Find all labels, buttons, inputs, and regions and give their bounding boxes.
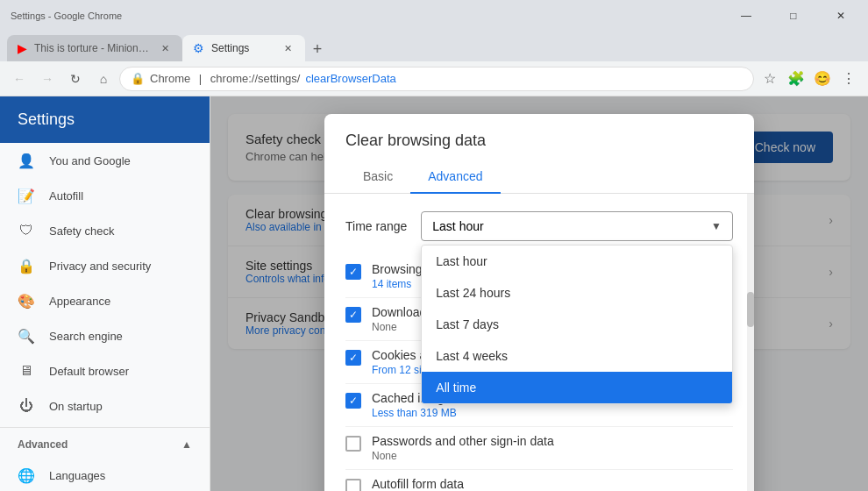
you-google-icon: 👤: [18, 153, 35, 169]
sidebar-item-languages[interactable]: 🌐 Languages: [0, 458, 210, 491]
dropdown-item-last-7d[interactable]: Last 7 days: [422, 309, 732, 340]
settings-tab-title: Settings: [211, 42, 274, 54]
checkbox-browsing-history[interactable]: ✓: [345, 264, 361, 280]
sidebar-item-label: On startup: [49, 400, 103, 413]
content-area: Safety check Chrome can help keep you sa…: [210, 96, 868, 491]
sidebar-item-label: Safety check: [49, 224, 114, 238]
youtube-tab[interactable]: ▶ This is torture - Minions - YouTu... ✕: [7, 35, 182, 61]
checkbox-content-autofill: Autofill form data: [372, 477, 733, 491]
settings-tab-close[interactable]: ✕: [281, 41, 295, 55]
sidebar-advanced-section[interactable]: Advanced ▲: [0, 431, 210, 458]
select-arrow-icon: ▼: [711, 220, 722, 232]
sidebar-item-label: Privacy and security: [49, 260, 151, 273]
protocol-text: Chrome: [150, 72, 190, 85]
privacy-icon: 🔒: [18, 258, 35, 274]
settings-tab[interactable]: ⚙ Settings ✕: [182, 35, 305, 61]
sidebar-divider: [0, 427, 210, 428]
back-button[interactable]: ←: [7, 67, 32, 91]
forward-button[interactable]: →: [35, 67, 60, 91]
settings-tab-icon: ⚙: [193, 41, 204, 55]
sidebar-item-search-engine[interactable]: 🔍 Search engine: [0, 318, 210, 353]
dropdown-item-all-time[interactable]: All time: [422, 372, 732, 403]
sidebar-item-label: Search engine: [49, 330, 123, 343]
separator-text: |: [196, 72, 205, 85]
avatar-button[interactable]: 😊: [810, 67, 835, 91]
url-prefix: chrome://settings/: [210, 72, 301, 85]
advanced-label: Advanced: [18, 438, 68, 451]
languages-icon: 🌐: [18, 467, 35, 484]
sidebar-header: Settings: [0, 96, 210, 143]
minimize-button[interactable]: —: [726, 0, 766, 31]
default-browser-icon: 🖥: [18, 363, 35, 379]
sidebar-item-default-browser[interactable]: 🖥 Default browser: [0, 353, 210, 388]
star-button[interactable]: ☆: [758, 67, 782, 91]
check-icon: ✓: [349, 266, 358, 278]
on-startup-icon: ⏻: [18, 398, 35, 414]
title-bar: Settings - Google Chrome — □ ✕: [0, 0, 868, 31]
checkbox-passwords[interactable]: [345, 436, 361, 452]
time-range-row: Time range Last hour ▼ Last hour Last 24…: [345, 211, 733, 241]
safety-check-icon: 🛡: [18, 223, 35, 238]
extensions-button[interactable]: 🧩: [784, 67, 808, 91]
youtube-tab-close[interactable]: ✕: [158, 41, 172, 55]
dropdown-item-last-24h[interactable]: Last 24 hours: [422, 277, 732, 309]
sidebar: Settings 👤 You and Google 📝 Autofill 🛡 S…: [0, 96, 210, 491]
search-engine-icon: 🔍: [18, 328, 35, 345]
tab-basic[interactable]: Basic: [345, 160, 410, 194]
modal-overlay: Clear browsing data Basic Advanced Time …: [210, 96, 868, 491]
address-input[interactable]: 🔒 Chrome | chrome://settings/clearBrowse…: [119, 67, 754, 91]
dropdown-menu: Last hour Last 24 hours Last 7 days Last…: [421, 245, 733, 404]
sidebar-item-label: Autofill: [49, 189, 83, 203]
clear-browsing-data-modal: Clear browsing data Basic Advanced Time …: [324, 114, 754, 491]
refresh-button[interactable]: ↻: [63, 67, 88, 91]
tab-bar: ▶ This is torture - Minions - YouTu... ✕…: [0, 31, 868, 61]
maximize-button[interactable]: □: [773, 0, 814, 31]
modal-scroll-track: [747, 194, 754, 491]
checkbox-title: Passwords and other sign-in data: [372, 434, 733, 448]
autofill-icon: 📝: [18, 188, 35, 204]
advanced-toggle-icon: ▲: [181, 438, 192, 451]
checkbox-desc: None: [372, 450, 733, 462]
check-icon: ✓: [349, 395, 358, 407]
time-range-select[interactable]: Last hour ▼ Last hour Last 24 hours Last…: [421, 211, 733, 241]
modal-body: Time range Last hour ▼ Last hour Last 24…: [324, 194, 754, 491]
sidebar-item-on-startup[interactable]: ⏻ On startup: [0, 388, 210, 423]
new-tab-button[interactable]: +: [305, 37, 330, 61]
modal-title: Clear browsing data: [345, 132, 733, 150]
checkbox-cookies[interactable]: ✓: [345, 350, 361, 366]
select-current-value: Last hour: [432, 219, 483, 233]
main-layout: Settings 👤 You and Google 📝 Autofill 🛡 S…: [0, 96, 868, 491]
dropdown-item-last-4w[interactable]: Last 4 weeks: [422, 340, 732, 372]
check-icon: ✓: [349, 352, 358, 364]
tab-advanced[interactable]: Advanced: [410, 160, 500, 194]
sidebar-item-label: You and Google: [49, 154, 131, 167]
select-display[interactable]: Last hour ▼: [421, 211, 733, 241]
sidebar-item-label: Languages: [49, 469, 105, 482]
address-bar: ← → ↻ ⌂ 🔒 Chrome | chrome://settings/cle…: [0, 61, 868, 96]
checkbox-title: Autofill form data: [372, 477, 733, 491]
checkbox-content-passwords: Passwords and other sign-in data None: [372, 434, 733, 462]
toolbar-icons: ☆ 🧩 😊 ⋮: [758, 67, 861, 91]
checkbox-autofill[interactable]: [345, 479, 361, 491]
checkbox-download-history[interactable]: ✓: [345, 307, 361, 323]
modal-scroll-thumb[interactable]: [747, 292, 754, 327]
time-range-label: Time range: [345, 219, 407, 233]
dropdown-item-last-hour[interactable]: Last hour: [422, 246, 732, 277]
window-controls: — □ ✕: [726, 0, 861, 31]
youtube-tab-title: This is torture - Minions - YouTu...: [34, 42, 151, 54]
sidebar-item-privacy-security[interactable]: 🔒 Privacy and security: [0, 248, 210, 283]
checkbox-cached[interactable]: ✓: [345, 393, 361, 409]
title-bar-text: Settings - Google Chrome: [7, 11, 122, 21]
sidebar-item-autofill[interactable]: 📝 Autofill: [0, 178, 210, 213]
sidebar-item-label: Default browser: [49, 365, 129, 378]
home-button[interactable]: ⌂: [91, 67, 116, 91]
modal-header: Clear browsing data: [324, 114, 754, 160]
sidebar-item-safety-check[interactable]: 🛡 Safety check: [0, 213, 210, 248]
check-icon: ✓: [349, 309, 358, 321]
sidebar-item-appearance[interactable]: 🎨 Appearance: [0, 283, 210, 318]
youtube-tab-icon: ▶: [18, 41, 27, 55]
close-button[interactable]: ✕: [821, 0, 861, 31]
menu-button[interactable]: ⋮: [836, 67, 861, 91]
sidebar-item-you-google[interactable]: 👤 You and Google: [0, 143, 210, 178]
modal-tabs: Basic Advanced: [324, 160, 754, 194]
